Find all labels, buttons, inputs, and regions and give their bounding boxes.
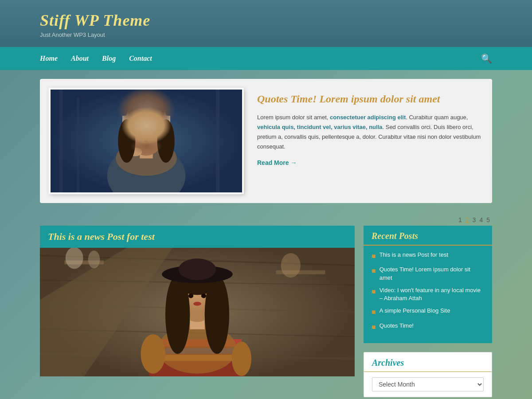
featured-image-svg	[51, 90, 242, 192]
svg-point-39	[201, 293, 206, 298]
recent-post-5[interactable]: ■ Quotes Time!	[372, 322, 484, 332]
svg-point-9	[150, 134, 154, 137]
search-button[interactable]: 🔍	[481, 53, 492, 64]
site-tagline: Just Another WP3 Layout	[40, 31, 492, 38]
read-more-link[interactable]: Read More →	[257, 159, 297, 166]
svg-point-42	[66, 248, 83, 269]
recent-post-2[interactable]: ■ Quotes Time! Lorem ipsum dolor sit ame…	[372, 266, 484, 282]
archives-select[interactable]: Select Month January 2024 December 2023 …	[372, 377, 484, 391]
svg-rect-2	[77, 98, 79, 192]
featured-image	[51, 90, 242, 192]
bullet-3: ■	[372, 287, 376, 297]
site-header: Stiff WP Theme Just Another WP3 Layout	[0, 0, 532, 47]
bullet-1: ■	[372, 251, 376, 261]
recent-post-label-4: A simple Personal Blog Site	[379, 307, 450, 315]
featured-title: Quotes Time! Lorem ipsum dolor sit amet	[257, 92, 483, 106]
svg-point-8	[138, 134, 143, 137]
recent-post-3[interactable]: ■ Video: I won't feature in any local mo…	[372, 286, 484, 302]
svg-point-43	[88, 250, 100, 268]
featured-content: Quotes Time! Lorem ipsum dolor sit amet …	[257, 88, 483, 167]
lower-section: This is a news Post for test	[40, 226, 492, 397]
recent-post-label-3: Video: I won't feature in any local movi…	[379, 286, 484, 302]
svg-rect-14	[122, 116, 170, 125]
archives-header: Archives	[364, 352, 492, 372]
pagination: 1 2 3 4 5	[40, 212, 492, 226]
svg-point-38	[188, 293, 193, 298]
main-wrapper: Quotes Time! Lorem ipsum dolor sit amet …	[35, 79, 497, 397]
svg-rect-0	[51, 90, 242, 192]
featured-excerpt: Lorem ipsum dolor sit amet, consectetuer…	[257, 113, 483, 152]
page-2[interactable]: 2	[466, 216, 469, 223]
svg-point-40	[193, 302, 201, 306]
nav-home[interactable]: Home	[40, 55, 58, 63]
svg-point-4	[107, 145, 186, 192]
svg-point-37	[179, 258, 216, 280]
svg-rect-3	[216, 90, 219, 192]
svg-point-16	[157, 119, 175, 163]
svg-rect-6	[140, 141, 153, 158]
featured-card: Quotes Time! Lorem ipsum dolor sit amet …	[40, 79, 492, 203]
archives-title: Archives	[372, 358, 484, 368]
recent-post-label-2: Quotes Time! Lorem ipsum dolor sit amet	[379, 266, 484, 282]
post-image-area	[40, 248, 355, 376]
nav-contact[interactable]: Contact	[129, 55, 152, 63]
svg-point-11	[129, 148, 142, 156]
nav-links: Home About Blog Contact	[40, 55, 152, 63]
site-title: Stiff WP Theme	[40, 11, 492, 30]
page-3[interactable]: 3	[473, 216, 476, 223]
svg-point-10	[145, 140, 148, 142]
recent-posts-body: ■ This is a news Post for test ■ Quotes …	[364, 246, 492, 343]
search-icon: 🔍	[481, 54, 492, 63]
page-4[interactable]: 4	[479, 216, 483, 223]
archives-body: Select Month January 2024 December 2023 …	[364, 372, 492, 397]
sidebar: Recent Posts ■ This is a news Post for t…	[364, 226, 492, 397]
page-5[interactable]: 5	[486, 216, 490, 223]
nav-about[interactable]: About	[71, 55, 89, 63]
recent-post-4[interactable]: ■ A simple Personal Blog Site	[372, 307, 484, 317]
svg-point-5	[116, 141, 176, 176]
svg-point-15	[118, 119, 135, 163]
svg-point-29	[141, 334, 165, 374]
bullet-2: ■	[372, 266, 376, 276]
recent-post-1[interactable]: ■ This is a news Post for test	[372, 251, 484, 261]
svg-point-7	[130, 117, 163, 156]
featured-image-wrap	[49, 88, 244, 194]
bullet-4: ■	[372, 307, 376, 317]
svg-point-12	[122, 107, 170, 138]
site-nav: Home About Blog Contact 🔍	[0, 47, 532, 70]
recent-post-label-5: Quotes Time!	[379, 322, 414, 330]
recent-posts-header: Recent Posts	[364, 226, 492, 246]
svg-point-45	[281, 253, 301, 278]
archives-widget: Archives Select Month January 2024 Decem…	[364, 352, 492, 397]
post-title: This is a news Post for test	[48, 231, 347, 243]
main-post: This is a news Post for test	[40, 226, 355, 397]
svg-point-13	[127, 104, 166, 128]
recent-post-label-1: This is a news Post for test	[379, 251, 448, 259]
bullet-5: ■	[372, 322, 376, 332]
svg-rect-1	[59, 90, 63, 192]
recent-posts-title: Recent Posts	[372, 231, 484, 241]
post-image-svg	[40, 248, 355, 376]
nav-blog[interactable]: Blog	[102, 55, 116, 63]
svg-point-30	[232, 342, 251, 376]
recent-posts-widget: Recent Posts ■ This is a news Post for t…	[364, 226, 492, 343]
page-1[interactable]: 1	[458, 216, 462, 223]
post-title-bar: This is a news Post for test	[40, 226, 355, 248]
